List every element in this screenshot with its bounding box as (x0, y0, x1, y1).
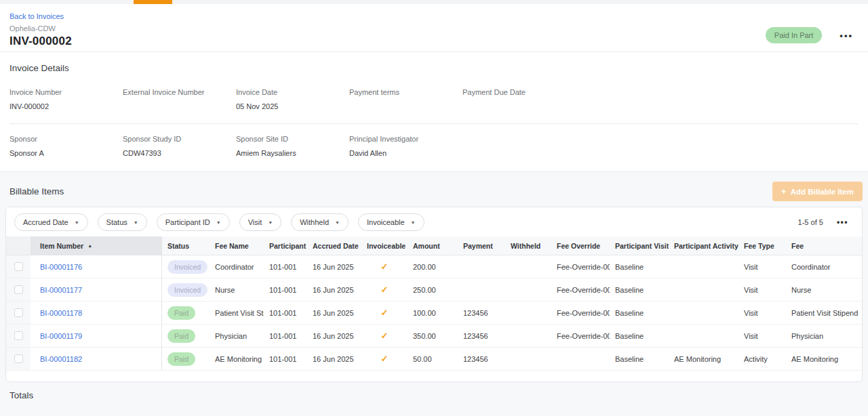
fee-override-cell: Fee-Override-00114 (551, 301, 610, 324)
col-fee-type[interactable]: Fee Type (738, 236, 786, 255)
row-checkbox[interactable] (14, 285, 23, 294)
field-label: Principal Investigator (349, 135, 462, 143)
field-payment-terms: Payment terms (349, 88, 462, 111)
invoice-status-badge: Paid In Part (766, 27, 822, 43)
row-checkbox[interactable] (14, 262, 23, 271)
row-checkbox[interactable] (14, 354, 23, 363)
item-number-cell: BI-00001176 (31, 255, 162, 278)
row-checkbox-cell (6, 348, 31, 370)
fee-override-cell (551, 348, 610, 370)
filter-participant-id[interactable]: Participant ID ▼ (157, 213, 230, 231)
fee-name-cell: Coordinator (210, 255, 264, 278)
col-status[interactable]: Status (162, 236, 210, 255)
accrued-date-cell: 16 Jun 2025 (307, 278, 361, 301)
field-principal-investigator: Principal Investigator David Allen (349, 135, 462, 158)
fee-cell: Nurse (786, 278, 862, 301)
item-number-link[interactable]: BI-00001177 (40, 286, 82, 294)
participant-activity-cell (669, 255, 738, 278)
col-fee-name[interactable]: Fee Name (210, 236, 264, 255)
table-row: BI-00001176 Invoiced Coordinator 101-001… (6, 255, 862, 278)
study-name: Ophelia-CDW (9, 24, 72, 33)
participant-visit-cell: Baseline (610, 255, 669, 278)
status-badge: Paid (167, 329, 195, 343)
filter-withheld[interactable]: Withheld ▼ (291, 213, 349, 231)
participant-cell: 101-001 (264, 301, 307, 324)
col-participant-activity[interactable]: Participant Activity (669, 236, 738, 255)
item-number-link[interactable]: BI-00001182 (40, 355, 82, 363)
status-badge: Invoiced (167, 260, 208, 274)
billable-items-table-card: Accrued Date ▼ Status ▼ Participant ID ▼… (5, 207, 863, 382)
row-checkbox[interactable] (14, 308, 23, 317)
participant-activity-cell (669, 325, 738, 347)
field-sponsor-study-id: Sponsor Study ID CDW47393 (123, 135, 236, 158)
col-participant-visit[interactable]: Participant Visit (610, 236, 669, 255)
field-invoice-date: Invoice Date 05 Nov 2025 (236, 88, 349, 111)
col-fee[interactable]: Fee (786, 236, 862, 255)
amount-cell: 250.00 (408, 278, 458, 301)
chevron-down-icon: ▼ (268, 220, 273, 225)
col-payment[interactable]: Payment (458, 236, 505, 255)
col-item-number[interactable]: Item Number ▲ (31, 236, 162, 255)
header-left: Back to Invoices Ophelia-CDW INV-000002 (9, 9, 72, 48)
chevron-down-icon: ▼ (411, 220, 416, 225)
totals-heading: Totals (0, 382, 868, 409)
back-to-invoices-link[interactable]: Back to Invoices (9, 12, 64, 20)
row-checkbox[interactable] (14, 331, 23, 340)
amount-cell: 200.00 (408, 255, 458, 278)
grid-more-actions-icon[interactable]: ••• (837, 217, 848, 227)
item-number-link[interactable]: BI-00001178 (40, 309, 82, 317)
accrued-date-cell: 16 Jun 2025 (307, 325, 361, 347)
field-payment-due-date: Payment Due Date (462, 88, 576, 111)
item-number-link[interactable]: BI-00001179 (40, 332, 82, 340)
filter-accrued-date[interactable]: Accrued Date ▼ (14, 213, 88, 231)
participant-cell: 101-001 (264, 348, 307, 370)
page-title: INV-000002 (9, 35, 72, 48)
col-fee-override[interactable]: Fee Override (551, 236, 610, 255)
more-actions-icon[interactable]: ••• (840, 31, 853, 40)
filter-invoiceable[interactable]: Invoiceable ▼ (358, 213, 425, 231)
filter-visit[interactable]: Visit ▼ (239, 213, 282, 231)
header-checkbox-cell (6, 236, 31, 255)
chevron-down-icon: ▼ (335, 220, 340, 225)
pagination-range: 1-5 of 5 (798, 218, 823, 226)
participant-cell: 101-001 (264, 325, 307, 347)
col-withheld[interactable]: Withheld (505, 236, 551, 255)
withheld-cell (505, 325, 551, 347)
fee-type-cell: Visit (738, 255, 786, 278)
field-value: INV-000002 (9, 102, 123, 111)
field-label: Sponsor (9, 135, 123, 143)
field-value: 05 Nov 2025 (236, 102, 349, 111)
payment-cell: 123456 (458, 301, 505, 324)
fee-cell: Patient Visit Stipend (786, 301, 862, 324)
invoiceable-check-icon: ✓ (361, 348, 408, 370)
participant-visit-cell: Baseline (610, 348, 669, 370)
col-amount[interactable]: Amount (408, 236, 458, 255)
page-header: Back to Invoices Ophelia-CDW INV-000002 … (0, 4, 868, 51)
col-invoiceable[interactable]: Invoiceable (361, 236, 408, 255)
fee-cell: Coordinator (786, 255, 862, 278)
field-sponsor: Sponsor Sponsor A (9, 135, 123, 158)
add-billable-item-label: Add Billable Item (791, 188, 854, 196)
filter-status[interactable]: Status ▼ (98, 213, 147, 231)
field-label: Invoice Date (236, 88, 349, 96)
billable-items-heading: Billable Items (9, 186, 64, 196)
row-checkbox-cell (6, 301, 31, 324)
col-accrued-date[interactable]: Accrued Date (307, 236, 361, 255)
col-participant[interactable]: Participant (264, 236, 307, 255)
row-checkbox-cell (6, 325, 31, 347)
amount-cell: 50.00 (408, 348, 458, 370)
withheld-cell (505, 348, 551, 370)
item-number-link[interactable]: BI-00001176 (40, 263, 82, 271)
payment-cell (458, 255, 505, 278)
filter-label: Withheld (300, 218, 329, 226)
field-label: Invoice Number (9, 88, 123, 96)
accrued-date-cell: 16 Jun 2025 (307, 348, 361, 370)
item-number-cell: BI-00001178 (31, 301, 162, 324)
participant-cell: 101-001 (264, 255, 307, 278)
field-value: Amiem Raysaliers (236, 149, 349, 158)
table-header-row: Item Number ▲ Status Fee Name Participan… (6, 236, 862, 255)
add-billable-item-button[interactable]: + Add Billable Item (772, 182, 863, 201)
top-progress-strip (0, 0, 868, 4)
status-badge: Paid (167, 352, 195, 366)
field-label: Sponsor Site ID (236, 135, 349, 143)
